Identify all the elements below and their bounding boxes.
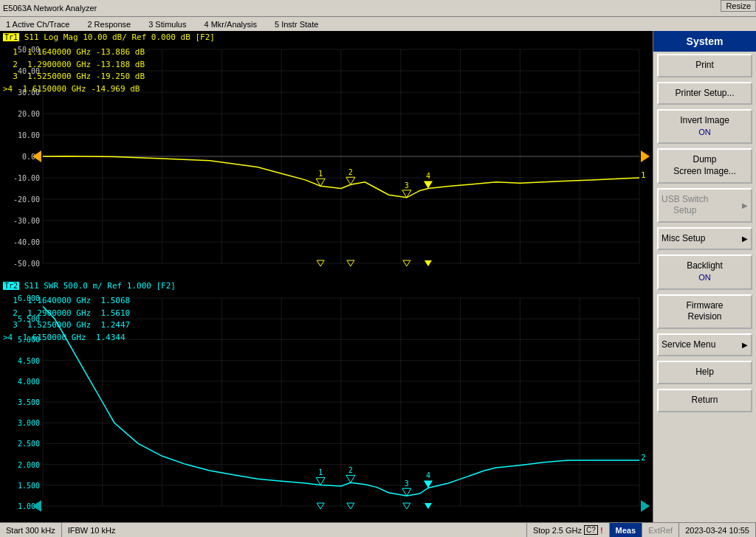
- top-marker-4: >4 1.6150000 GHz -14.969 dB: [3, 83, 145, 96]
- print-button[interactable]: Print: [657, 54, 752, 77]
- usb-switch-setup-button[interactable]: USB SwitchSetup ▶: [657, 188, 752, 223]
- service-menu-arrow-icon: ▶: [742, 340, 748, 350]
- top-marker-3: 3 1.5250000 GHz -19.250 dB: [3, 71, 145, 83]
- main-area: Tr1 S11 Log Mag 10.00 dB/ Ref 0.000 dB […: [0, 31, 756, 522]
- bottom-marker-1: 1 1.1640000 GHz 1.5068: [3, 295, 130, 308]
- right-panel: System Print Printer Setup... Invert Ima…: [653, 31, 756, 522]
- misc-setup-arrow-icon: ▶: [742, 234, 748, 243]
- bottom-marker-2: 2 1.2900000 GHz 1.5610: [3, 308, 130, 320]
- menu-active-ch[interactable]: 1 Active Ch/Trace: [3, 20, 72, 29]
- backlight-status: ON: [698, 273, 711, 282]
- extref-label: ExtRef: [648, 526, 673, 535]
- top-marker-1: 1 1.1640000 GHz -13.886 dB: [3, 46, 145, 59]
- return-button[interactable]: Return: [657, 389, 752, 412]
- bottom-marker-data: 1 1.1640000 GHz 1.5068 2 1.2900000 GHz 1…: [3, 295, 130, 344]
- menu-stimulus[interactable]: 3 Stimulus: [145, 20, 189, 29]
- title-bar: E5063A Network Analyzer: [0, 0, 756, 16]
- tr1-badge: Tr1: [3, 33, 19, 41]
- top-marker-data: 1 1.1640000 GHz -13.886 dB 2 1.2900000 G…: [3, 46, 145, 95]
- bottom-chart-section: 1 1.1640000 GHz 1.5068 2 1.2900000 GHz 1…: [0, 292, 653, 522]
- status-stop: Stop 2.5 GHz C? !: [527, 523, 610, 537]
- backlight-button[interactable]: BacklightON: [657, 254, 752, 289]
- misc-setup-label: Misc Setup: [662, 233, 705, 245]
- meas-label: Meas: [616, 526, 636, 535]
- status-extref: ExtRef: [642, 523, 679, 537]
- status-datetime: 2023-03-24 10:55: [679, 523, 756, 537]
- ifbw-value: IFBW 10 kHz: [68, 526, 116, 535]
- invert-image-status: ON: [698, 128, 711, 136]
- bottom-trace-label: Tr2 S11 SWR 500.0 m/ Ref 1.000 [F2]: [0, 280, 653, 292]
- usb-switch-arrow-icon: ▶: [742, 201, 748, 210]
- plot-area: Tr1 S11 Log Mag 10.00 dB/ Ref 0.000 dB […: [0, 31, 653, 522]
- status-meas[interactable]: Meas: [610, 523, 643, 537]
- status-indicator: C?: [584, 525, 598, 535]
- start-freq: Start 300 kHz: [6, 526, 55, 535]
- invert-image-button[interactable]: Invert ImageON: [657, 109, 752, 144]
- help-button[interactable]: Help: [657, 361, 752, 384]
- status-warning: !: [600, 526, 603, 535]
- status-bar: Start 300 kHz IFBW 10 kHz Stop 2.5 GHz C…: [0, 522, 756, 537]
- menu-bar: 1 Active Ch/Trace 2 Response 3 Stimulus …: [0, 16, 756, 31]
- service-menu-label: Service Menu: [662, 339, 715, 351]
- bottom-marker-3: 3 1.5250000 GHz 1.2447: [3, 319, 130, 332]
- top-trace-label: Tr1 S11 Log Mag 10.00 dB/ Ref 0.000 dB […: [0, 31, 653, 44]
- usb-switch-label: USB SwitchSetup: [662, 194, 708, 217]
- menu-response[interactable]: 2 Response: [84, 20, 134, 29]
- menu-mkr-analysis[interactable]: 4 Mkr/Analysis: [201, 20, 260, 29]
- app-title: E5063A Network Analyzer: [3, 4, 97, 13]
- resize-button[interactable]: Resize: [721, 0, 756, 12]
- stop-freq: Stop 2.5 GHz: [533, 526, 582, 535]
- datetime-value: 2023-03-24 10:55: [685, 526, 749, 535]
- misc-setup-button[interactable]: Misc Setup ▶: [657, 227, 752, 251]
- top-trace-info: S11 Log Mag 10.00 dB/ Ref 0.000 dB [F2]: [24, 32, 215, 42]
- bottom-marker-4: >4 1.6150000 GHz 1.4344: [3, 332, 130, 344]
- service-menu-button[interactable]: Service Menu ▶: [657, 333, 752, 357]
- status-ifbw: IFBW 10 kHz: [62, 523, 527, 537]
- top-marker-2: 2 1.2900000 GHz -13.188 dB: [3, 59, 145, 72]
- printer-setup-button[interactable]: Printer Setup...: [657, 82, 752, 105]
- dump-screen-image-button[interactable]: DumpScreen Image...: [657, 148, 752, 183]
- panel-title: System: [653, 31, 756, 52]
- status-start: Start 300 kHz: [0, 523, 62, 537]
- menu-instr-state[interactable]: 5 Instr State: [272, 20, 321, 29]
- bottom-trace-info: S11 SWR 500.0 m/ Ref 1.000 [F2]: [24, 281, 176, 291]
- tr2-badge: Tr2: [3, 282, 19, 290]
- top-chart-section: 1 1.1640000 GHz -13.886 dB 2 1.2900000 G…: [0, 44, 653, 280]
- firmware-revision-button[interactable]: FirmwareRevision: [657, 294, 752, 329]
